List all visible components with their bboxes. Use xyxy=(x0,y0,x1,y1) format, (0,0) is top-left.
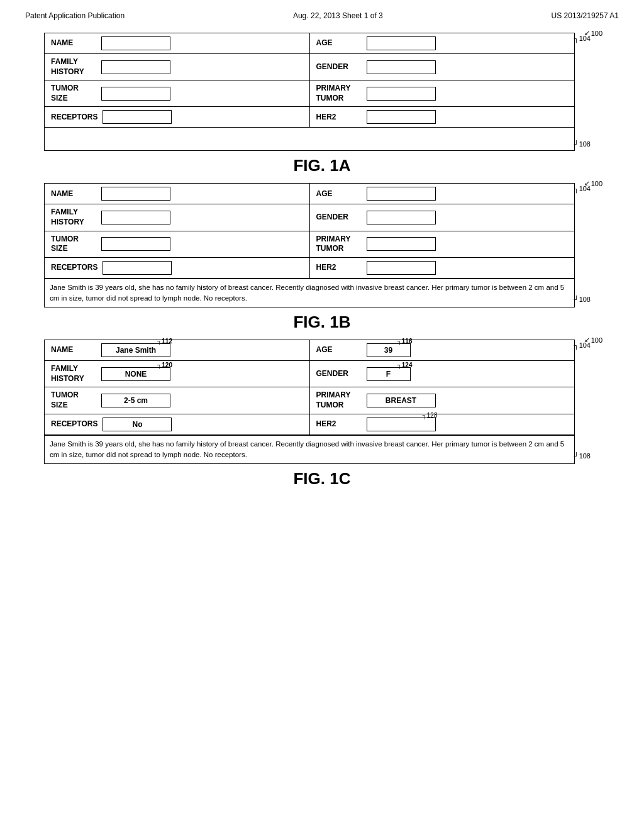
figure-1c-block: ↙100 ┐104 NAME Jane Smith ┐112 xyxy=(38,340,606,489)
field-name-1a: NAME xyxy=(45,33,310,53)
fields-section-1a: NAME AGE FAMILY HISTORY xyxy=(45,33,574,128)
input-primary-1c[interactable]: BREAST xyxy=(367,394,436,407)
input-name-1c[interactable]: Jane Smith ┐112 xyxy=(101,343,170,357)
header-left: Patent Application Publication xyxy=(25,11,125,20)
figure-1a-block: ↙100 ┐104 NAME AGE xyxy=(38,33,606,175)
value-tumor-1c: 2-5 cm xyxy=(124,396,148,405)
value-primary-1c: BREAST xyxy=(386,396,416,405)
input-her2-1c[interactable]: ┐128 xyxy=(367,418,436,431)
input-family-1c[interactable]: NONE ┐120 xyxy=(101,367,170,381)
fig-label-1a: FIG. 1A xyxy=(38,156,606,175)
input-receptors-1a[interactable] xyxy=(103,110,172,124)
value-gender-1c: F xyxy=(386,370,391,379)
diagram-1c: ↙100 ┐104 NAME Jane Smith ┐112 xyxy=(44,340,575,464)
note-text-1c: Jane Smith is 39 years old, she has no f… xyxy=(50,440,564,458)
label-age-1b: AGE xyxy=(316,189,362,199)
value-family-1c: NONE xyxy=(125,370,147,379)
label-her2-1c: HER2 xyxy=(316,419,362,429)
label-family-1a: FAMILY HISTORY xyxy=(51,57,96,77)
header-center: Aug. 22, 2013 Sheet 1 of 3 xyxy=(293,11,383,20)
ref-104-1c: ┐104 xyxy=(574,341,591,349)
label-receptors-1a: RECEPTORS xyxy=(51,113,97,123)
bottom-area-1a: ┘108 xyxy=(45,128,574,150)
diagram-1b: ↙100 ┐104 NAME AGE xyxy=(44,183,575,307)
input-primary-1a[interactable] xyxy=(367,87,436,101)
outer-border-1a: ┐104 NAME AGE xyxy=(44,33,575,151)
input-tumor-1c[interactable]: 2-5 cm xyxy=(101,394,170,407)
page-header: Patent Application Publication Aug. 22, … xyxy=(0,0,644,26)
label-tumor-1a: TUMOR SIZE xyxy=(51,84,96,103)
label-gender-1a: GENDER xyxy=(316,62,362,72)
fig-label-1b: FIG. 1B xyxy=(38,313,606,332)
field-tumor-1a: TUMOR SIZE xyxy=(45,80,310,106)
row-name-age-1c: NAME Jane Smith ┐112 AGE 39 ┐116 xyxy=(45,340,574,361)
ref-108-1a: ┘108 xyxy=(574,140,591,148)
field-gender-1a: GENDER xyxy=(310,54,575,80)
value-name-1c: Jane Smith xyxy=(116,346,156,355)
ref-108-1b: ┘108 xyxy=(574,294,591,305)
field-primary-1a: PRIMARY TUMOR xyxy=(310,80,575,106)
input-age-1c[interactable]: 39 ┐116 xyxy=(367,343,411,357)
input-her2-1a[interactable] xyxy=(367,110,436,124)
ref-116: ┐116 xyxy=(397,338,413,345)
input-name-1b[interactable] xyxy=(101,187,170,201)
row-name-age-1a: NAME AGE xyxy=(45,33,574,54)
row-receptors-her2-1c: RECEPTORS No HER2 ┐128 xyxy=(45,414,574,434)
note-text-1b: Jane Smith is 39 years old, she has no f… xyxy=(50,284,564,302)
fields-section-1c: NAME Jane Smith ┐112 AGE 39 ┐116 xyxy=(45,340,574,434)
label-age-1a: AGE xyxy=(316,38,362,48)
input-name-1a[interactable] xyxy=(101,36,170,50)
input-gender-1a[interactable] xyxy=(367,60,436,74)
note-section-1c: Jane Smith is 39 years old, she has no f… xyxy=(45,435,574,464)
label-name-1b: NAME xyxy=(51,189,96,199)
fields-section-1b: NAME AGE FAMILY HISTORY xyxy=(45,184,574,278)
label-receptors-1b: RECEPTORS xyxy=(51,263,97,273)
row-tumor-primary-1b: TUMOR SIZE PRIMARY TUMOR xyxy=(45,231,574,258)
field-her2-1a: HER2 xyxy=(310,107,575,127)
input-her2-1b[interactable] xyxy=(367,261,436,275)
row-receptors-her2-1b: RECEPTORS HER2 xyxy=(45,258,574,278)
value-age-1c: 39 xyxy=(384,346,392,355)
row-receptors-her2-1a: RECEPTORS HER2 xyxy=(45,107,574,127)
input-tumor-1a[interactable] xyxy=(101,87,170,101)
label-name-1a: NAME xyxy=(51,38,96,48)
input-gender-1c[interactable]: F ┐124 xyxy=(367,367,411,381)
diagram-1a: ↙100 ┐104 NAME AGE xyxy=(44,33,575,151)
input-family-1b[interactable] xyxy=(101,211,170,224)
ref-104-1a: ┐104 xyxy=(574,35,591,42)
ref-128: ┐128 xyxy=(423,412,438,419)
input-family-1a[interactable] xyxy=(101,60,170,74)
outer-border-1b: ┐104 NAME AGE xyxy=(44,183,575,307)
input-receptors-1b[interactable] xyxy=(103,261,172,275)
label-gender-1c: GENDER xyxy=(316,369,362,379)
input-primary-1b[interactable] xyxy=(367,237,436,251)
label-family-1b: FAMILY HISTORY xyxy=(51,208,96,227)
label-gender-1b: GENDER xyxy=(316,213,362,223)
field-receptors-1a: RECEPTORS xyxy=(45,107,310,127)
input-gender-1b[interactable] xyxy=(367,211,436,224)
label-family-1c: FAMILY HISTORY xyxy=(51,364,96,384)
note-section-1b: Jane Smith is 39 years old, she has no f… xyxy=(45,279,574,307)
row-family-gender-1b: FAMILY HISTORY GENDER xyxy=(45,204,574,231)
ref-108-1c: ┘108 xyxy=(574,451,591,462)
label-her2-1a: HER2 xyxy=(316,113,362,123)
label-primary-1c: PRIMARY TUMOR xyxy=(316,390,362,410)
label-her2-1b: HER2 xyxy=(316,263,362,273)
figure-1b-block: ↙100 ┐104 NAME AGE xyxy=(38,183,606,332)
input-age-1b[interactable] xyxy=(367,187,436,201)
ref-104-1b: ┐104 xyxy=(574,185,591,192)
label-primary-1a: PRIMARY TUMOR xyxy=(316,84,362,103)
label-tumor-1c: TUMOR SIZE xyxy=(51,390,96,410)
value-receptors-1c: No xyxy=(132,420,142,429)
label-receptors-1c: RECEPTORS xyxy=(51,419,97,429)
input-tumor-1b[interactable] xyxy=(101,237,170,251)
fig-label-1c: FIG. 1C xyxy=(38,469,606,489)
field-age-1a: AGE xyxy=(310,33,575,53)
header-right: US 2013/219257 A1 xyxy=(552,11,619,20)
input-age-1a[interactable] xyxy=(367,36,436,50)
input-receptors-1c[interactable]: No xyxy=(103,418,172,431)
label-tumor-1b: TUMOR SIZE xyxy=(51,235,96,254)
ref-120: ┐120 xyxy=(157,362,172,368)
ref-124: ┐124 xyxy=(397,362,413,368)
row-family-gender-1a: FAMILY HISTORY GENDER xyxy=(45,54,574,80)
